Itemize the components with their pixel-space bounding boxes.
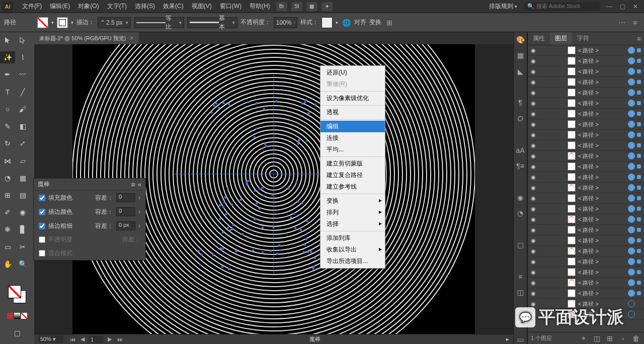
document-tab[interactable]: 未标题-2* @ 50% (RGB/GPU 预览) ×	[34, 32, 139, 44]
new-sublayer-icon[interactable]: ⊞	[605, 333, 615, 343]
tab-character[interactable]: 字符	[572, 32, 594, 45]
checkbox[interactable]	[39, 209, 45, 215]
visibility-toggle[interactable]: ◉	[528, 280, 539, 286]
visibility-toggle[interactable]: ◉	[528, 227, 539, 233]
visibility-toggle[interactable]: ◉	[528, 142, 539, 149]
layer-row[interactable]: ◉ < 路径 >	[528, 193, 644, 204]
window-close[interactable]: ✕	[630, 3, 641, 10]
free-transform-tool[interactable]: ▱	[15, 155, 30, 167]
layer-row[interactable]: ◉ < 路径 >	[528, 98, 644, 109]
layer-row[interactable]: ◉ < 路径 >	[528, 45, 644, 56]
context-menu-item[interactable]: 建立复合路径	[320, 169, 385, 181]
graph-tool[interactable]: ▊	[15, 223, 30, 235]
layer-row[interactable]: ◉ < 路径 >	[528, 183, 644, 193]
gpu-icon[interactable]: ✦	[321, 2, 333, 11]
visibility-toggle[interactable]: ◉	[528, 248, 539, 254]
new-layer-icon[interactable]: ▫	[618, 333, 628, 343]
target-icon[interactable]	[628, 100, 635, 107]
line-tool[interactable]: ╱	[15, 86, 30, 98]
target-icon[interactable]	[628, 110, 635, 117]
pen-tool[interactable]: ✒	[0, 68, 15, 80]
visibility-toggle[interactable]: ◉	[528, 90, 539, 96]
target-icon[interactable]	[628, 68, 635, 75]
visibility-toggle[interactable]: ◉	[528, 206, 539, 212]
layer-row[interactable]: ◉ < 路径 >	[528, 225, 644, 235]
layer-row[interactable]: ◉ < 路径 >	[528, 235, 644, 246]
visibility-toggle[interactable]: ◉	[528, 163, 539, 170]
target-icon[interactable]	[628, 174, 635, 181]
adobe-stock-search[interactable]: 🔍 搜索 Adobe Stock	[524, 2, 600, 11]
target-icon[interactable]	[628, 131, 635, 138]
stroke-weight-input[interactable]: ⌃2.5 px▾	[98, 17, 131, 28]
magic-wand-option[interactable]: 描边粗细 容差： 0 px›	[34, 219, 145, 233]
layer-row[interactable]: ◉ < 路径 >	[528, 288, 644, 299]
magic-wand-option[interactable]: 不透明度 容差：	[34, 233, 145, 246]
menu-item[interactable]: 对象(O)	[74, 0, 103, 13]
target-icon[interactable]	[628, 311, 635, 318]
layer-row[interactable]: ◉ < 路径 >	[528, 119, 644, 130]
menu-item[interactable]: 视图(V)	[188, 0, 216, 13]
gradient-mode-icon[interactable]	[14, 313, 20, 319]
layer-row[interactable]: ◉ < 路径 >	[528, 56, 644, 66]
visibility-toggle[interactable]: ◉	[528, 121, 539, 128]
checkbox[interactable]	[39, 195, 45, 201]
menu-item[interactable]: 文件(F)	[18, 0, 46, 13]
stock-icon[interactable]: St	[291, 2, 302, 11]
clip-mask-icon[interactable]: ◫	[592, 333, 602, 343]
layer-row[interactable]: ◉ < 路径 >	[528, 214, 644, 225]
isolate-icon[interactable]: ⊞	[384, 18, 394, 28]
window-minimize[interactable]: —	[604, 3, 615, 10]
context-menu-item[interactable]: 设为像素级优化	[320, 93, 385, 104]
target-icon[interactable]	[628, 205, 635, 212]
paintbrush-tool[interactable]: 🖌	[15, 103, 30, 115]
context-menu-item[interactable]: 连接	[320, 132, 385, 144]
context-menu-item[interactable]: 收集以导出▸	[320, 244, 385, 255]
mesh-tool[interactable]: ⊞	[0, 189, 15, 201]
target-icon[interactable]	[628, 195, 635, 202]
shape-builder-tool[interactable]: ◔	[0, 172, 15, 184]
layer-row[interactable]: ◉ < 路径 >	[528, 151, 644, 161]
locate-object-icon[interactable]: ⌖	[579, 333, 589, 343]
visibility-toggle[interactable]: ◉	[528, 79, 539, 85]
visibility-toggle[interactable]: ◉	[528, 132, 539, 138]
target-icon[interactable]	[628, 247, 635, 254]
checkbox[interactable]	[39, 236, 45, 243]
style-dropdown[interactable]	[321, 17, 333, 28]
target-icon[interactable]	[628, 57, 635, 64]
checkbox[interactable]	[39, 250, 45, 256]
tab-layers[interactable]: 图层	[550, 32, 572, 45]
menu-item[interactable]: 编辑(E)	[46, 0, 74, 13]
visibility-toggle[interactable]: ◉	[528, 216, 539, 223]
recolor-icon[interactable]: 🌐	[341, 18, 351, 28]
context-menu-item[interactable]: 变换▸	[320, 195, 385, 207]
visibility-toggle[interactable]: ◉	[528, 153, 539, 159]
target-icon[interactable]	[628, 300, 635, 307]
layer-list[interactable]: ◉ < 路径 > ◉ < 路径 > ◉ < 路径 > ◉ < 路径 > ◉ < …	[528, 45, 644, 332]
eraser-tool[interactable]: ◧	[15, 120, 30, 132]
layer-row[interactable]: ◉ < 路径 >	[528, 77, 644, 88]
layer-row[interactable]: ◉ < 路径 >	[528, 256, 644, 267]
menu-item[interactable]: 帮助(H)	[246, 0, 274, 13]
visibility-toggle[interactable]: ◉	[528, 68, 539, 75]
align-panel-icon[interactable]: ≡	[515, 272, 525, 281]
context-menu-item[interactable]: 添加到库	[320, 232, 385, 244]
visibility-toggle[interactable]: ◉	[528, 100, 539, 107]
fill-stroke-wells[interactable]	[7, 284, 27, 304]
magic-wand-option[interactable]: 描边颜色 容差： 0›	[34, 205, 145, 219]
curvature-tool[interactable]: 〰	[15, 68, 30, 80]
visibility-toggle[interactable]: ◉	[528, 269, 539, 276]
layer-row[interactable]: ◉ < 路径 >	[528, 246, 644, 256]
context-menu-item[interactable]: 平均...	[320, 144, 385, 155]
align-label[interactable]: 对齐	[354, 18, 366, 27]
opentype-panel-icon[interactable]: O	[515, 114, 525, 123]
pathfinder-panel-icon[interactable]: ◫	[515, 288, 525, 297]
stroke-swatch[interactable]	[57, 17, 68, 28]
symbol-tool[interactable]: ❋	[0, 223, 15, 235]
zoom-input[interactable]: 50% ▾	[38, 335, 63, 343]
visibility-toggle[interactable]: ◉	[528, 237, 539, 244]
target-icon[interactable]	[628, 163, 635, 170]
checkbox[interactable]	[39, 223, 45, 229]
char-styles-panel-icon[interactable]: aA	[515, 146, 525, 154]
para-styles-panel-icon[interactable]: ¶≡	[515, 161, 525, 170]
fill-swatch[interactable]	[37, 17, 48, 28]
